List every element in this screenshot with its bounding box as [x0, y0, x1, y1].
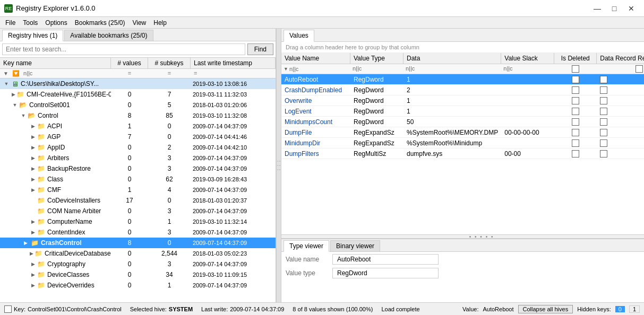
tree-row[interactable]: ▶ 📁 ACPI 1 0 2009-07-14 04:37:09: [0, 121, 276, 132]
tree-row[interactable]: ▶ 📁 ContentIndex 0 3 2009-07-14 04:37:09: [0, 227, 276, 238]
tree-row-name: CriticalDeviceDatabase: [45, 250, 111, 257]
value-name: AutoReboot: [281, 76, 350, 83]
deleted-checkbox: [572, 86, 579, 94]
tree-row[interactable]: ▶ 📁 DeviceClasses 0 34 2019-03-10 11:09:…: [0, 269, 276, 280]
tree-row[interactable]: ▶ 📁 ComputerName 0 1 2019-03-10 11:32:14: [0, 216, 276, 227]
tab-registry-hives[interactable]: Registry hives (1): [2, 30, 63, 41]
expand-icon[interactable]: ▶: [30, 144, 36, 151]
expand-icon[interactable]: ▶: [22, 240, 29, 246]
tree-row[interactable]: ▼ 📂 Control 8 85 2019-03-10 11:32:08: [0, 110, 276, 121]
expand-icon[interactable]: ▶: [30, 176, 36, 182]
h-divider[interactable]: • • • • •: [281, 234, 644, 239]
menu-help[interactable]: Help: [150, 18, 170, 28]
tree-row-values: 0: [111, 282, 148, 289]
filter-key: ▼ 🔽 n||c: [0, 69, 111, 78]
col-value-data[interactable]: Data: [403, 53, 501, 64]
tree-row-crash-control[interactable]: ▶ 📁 CrashControl 8 0 2009-07-14 04:37:09: [0, 238, 276, 248]
expand-icon[interactable]: ▶: [30, 165, 36, 172]
values-row[interactable]: MinidumpsCount RegDword 50: [281, 117, 644, 127]
expand-icon[interactable]: ▼: [3, 81, 10, 87]
reallocate-checkbox: [600, 108, 607, 115]
maximize-button[interactable]: □: [606, 3, 623, 14]
values-row[interactable]: Overwrite RegDword 1: [281, 95, 644, 106]
tree-row[interactable]: ▶ 📁 BackupRestore 0 3 2009-07-14 04:37:0…: [0, 163, 276, 174]
folder-icon: 📁: [37, 133, 45, 141]
hidden-count-1: 1: [629, 305, 640, 313]
expand-icon[interactable]: ▶: [30, 272, 36, 278]
menu-options[interactable]: Options: [42, 18, 70, 28]
expand-icon[interactable]: ▶: [30, 250, 33, 257]
status-checkbox[interactable]: [4, 305, 12, 313]
tree-row[interactable]: ▶ 📁 Arbiters 0 3 2009-07-14 04:37:09: [0, 153, 276, 163]
tree-row[interactable]: ▶ 📁 Class 0 62 2019-03-09 16:28:43: [0, 174, 276, 185]
filter-reallocate-checkbox[interactable]: [636, 65, 643, 73]
expand-icon[interactable]: ▶: [30, 218, 36, 225]
menu-bookmarks[interactable]: Bookmarks (25/0): [72, 18, 128, 28]
tab-binary-viewer[interactable]: Binary viewer: [330, 240, 380, 251]
menu-tools[interactable]: Tools: [20, 18, 41, 28]
tree-row[interactable]: ▶ 📁 CMF 1 4 2009-07-14 04:37:09: [0, 185, 276, 195]
minimize-button[interactable]: —: [589, 3, 606, 14]
tree-row[interactable]: 📁 COM Name Arbiter 0 3 2009-07-14 04:37:…: [0, 206, 276, 216]
values-container[interactable]: Value Name Value Type Data Value Slack I…: [281, 53, 644, 234]
titlebar: RE Registry Explorer v1.6.0.0 — □ ✕: [0, 0, 644, 17]
tree-row-timestamp: 2018-01-03 01:20:37: [191, 197, 276, 204]
tree-row[interactable]: ▶ 📁 CMI-CreateHive,{F10156BE-0... 0 7 20…: [0, 89, 276, 100]
expand-icon[interactable]: ▼: [20, 112, 27, 119]
values-row-autoreboot[interactable]: AutoReboot RegDword 1: [281, 74, 644, 85]
col-value-slack[interactable]: Value Slack: [501, 53, 554, 64]
expand-icon[interactable]: ▶: [12, 91, 15, 98]
expand-icon[interactable]: ▶: [30, 187, 36, 193]
tree-row-values: 1: [111, 186, 148, 194]
tab-values[interactable]: Values: [284, 30, 314, 42]
expand-icon[interactable]: ▶: [30, 229, 36, 235]
col-is-deleted[interactable]: Is Deleted: [554, 53, 597, 64]
col-key-name[interactable]: Key name: [0, 58, 111, 68]
collapse-all-button[interactable]: Collapse all hives: [518, 305, 573, 313]
filter-icon[interactable]: ▼: [3, 71, 8, 76]
col-values[interactable]: # values: [111, 58, 148, 68]
values-row[interactable]: LogEvent RegDword 1: [281, 106, 644, 117]
tree-container[interactable]: ▼ 🖥 C:\Users\hika\Desktop\SY... 2019-03-…: [0, 78, 276, 302]
reallocate-checkbox: [600, 129, 607, 136]
tree-row[interactable]: ▶ 📁 AppID 0 2 2009-07-14 04:42:10: [0, 142, 276, 153]
tree-row[interactable]: 📁 CoDeviceInstallers 17 0 2018-01-03 01:…: [0, 195, 276, 206]
value-reallocate: [597, 129, 644, 136]
values-row[interactable]: DumpFile RegExpandSz %SystemRoot%\MEMORY…: [281, 127, 644, 138]
tree-row[interactable]: ▼ 📂 ControlSet001 0 5 2018-01-03 01:20:0…: [0, 100, 276, 110]
folder-icon: 📁: [37, 197, 45, 204]
titlebar-left: RE Registry Explorer v1.6.0.0: [4, 4, 96, 13]
tab-available-bookmarks[interactable]: Available bookmarks (25/0): [64, 30, 153, 41]
expand-icon[interactable]: ▶: [30, 282, 36, 288]
tree-row[interactable]: ▶ 📁 CriticalDeviceDatabase 0 2,544 2018-…: [0, 248, 276, 259]
tree-row[interactable]: ▼ 🖥 C:\Users\hika\Desktop\SY... 2019-03-…: [0, 78, 276, 89]
find-button[interactable]: Find: [247, 43, 273, 55]
tree-row-cryptography[interactable]: ▶ 📁 Cryptography 0 3 2009-07-14 04:37:09: [0, 259, 276, 269]
values-row[interactable]: CrashDumpEnabled RegDword 2: [281, 85, 644, 95]
folder-icon: 📁: [37, 122, 45, 130]
col-value-name[interactable]: Value Name: [281, 53, 350, 64]
selected-hive-value: SYSTEM: [169, 306, 193, 312]
expand-icon[interactable]: ▶: [30, 123, 36, 129]
tab-type-viewer[interactable]: Type viewer: [284, 240, 329, 252]
col-value-type[interactable]: Value Type: [350, 53, 403, 64]
menu-view[interactable]: View: [129, 18, 149, 28]
filter-deleted-checkbox[interactable]: [572, 65, 579, 73]
expand-icon[interactable]: ▶: [30, 155, 36, 161]
value-name-status: AutoReboot: [483, 306, 513, 312]
tree-row[interactable]: ▶ 📁 AGP 7 0 2009-07-14 04:41:46: [0, 132, 276, 142]
expand-icon[interactable]: ▼: [12, 102, 18, 108]
collapse-handle[interactable]: ⋮⋮⋮: [276, 29, 281, 302]
values-row[interactable]: MinidumpDir RegExpandSz %SystemRoot%\Min…: [281, 138, 644, 148]
col-reallocate[interactable]: Data Record Reallocat...: [597, 53, 644, 64]
values-row[interactable]: DumpFilters RegMultiSz dumpfve.sys 00-00: [281, 148, 644, 159]
col-subkeys[interactable]: # subkeys: [148, 58, 191, 68]
col-timestamp[interactable]: Last write timestamp: [191, 58, 276, 68]
search-input[interactable]: [2, 43, 245, 55]
expand-icon[interactable]: ▶: [30, 134, 36, 140]
value-name: MinidumpsCount: [281, 118, 350, 126]
close-button[interactable]: ✕: [623, 3, 640, 14]
menu-file[interactable]: File: [2, 18, 19, 28]
tree-row[interactable]: ▶ 📁 DeviceOverrides 0 1 2009-07-14 04:37…: [0, 280, 276, 291]
expand-icon[interactable]: ▶: [30, 261, 36, 267]
